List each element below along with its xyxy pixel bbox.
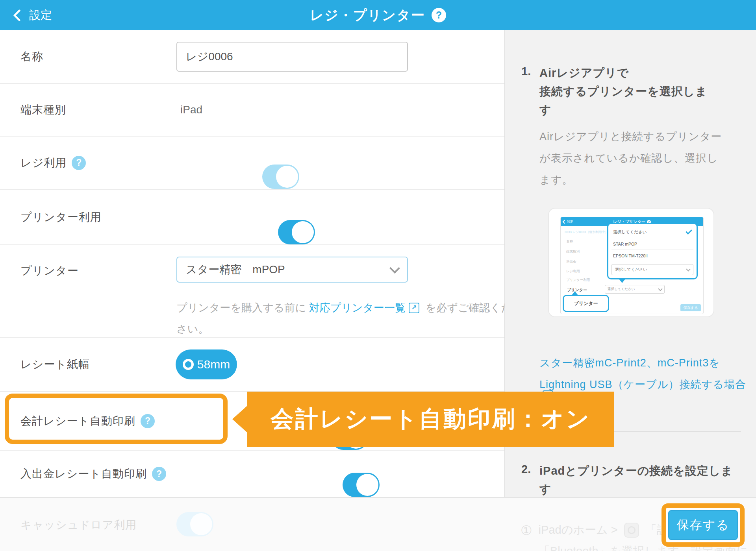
mini-popup-item: EPSON TM-T220II <box>611 250 693 261</box>
supported-printers-link[interactable]: 対応プリンター一覧 <box>309 297 406 318</box>
name-input[interactable] <box>176 42 408 72</box>
receipt-width-label: レシート紙幅 <box>20 357 90 372</box>
name-label: 名称 <box>20 49 43 64</box>
printer-select[interactable]: スター精密 mPOP <box>176 257 408 283</box>
step-circle-1: ① <box>521 523 532 538</box>
receipt-width-58mm-option[interactable]: 58mm <box>176 349 237 379</box>
toggle-knob <box>292 221 314 243</box>
mini-popup-item: STAR mPOP <box>611 238 693 250</box>
device-type-value: iPad <box>180 104 202 116</box>
mini-back-chevron-icon <box>563 220 567 224</box>
toggle-knob <box>356 474 378 496</box>
row-printer: プリンター スター精密 mPOP プリンターを購入する前に 対応プリンター一覧↗… <box>0 245 504 338</box>
mini-row-label: レジ利用 <box>566 269 580 274</box>
save-highlight-box: 保存する <box>662 503 745 547</box>
mini-printer-callout: プリンター <box>563 295 609 312</box>
chevron-down-icon <box>389 263 400 274</box>
callout-banner: 会計レシート自動印刷：オン <box>247 392 614 447</box>
tutorial-screenshot: 設定 レジ・プリンター ? 0033 レジ0033（個別利用中） 名称 端末種別… <box>548 208 714 317</box>
row-auto-print-inout: 入出金レシート自動印刷 ? <box>0 451 504 497</box>
row-name: 名称 <box>0 30 504 84</box>
auto-print-inout-toggle[interactable] <box>343 473 380 497</box>
register-use-help-icon[interactable]: ? <box>72 156 86 170</box>
note-text: プリンターを購入する前に <box>176 297 309 318</box>
auto-print-receipt-help-icon[interactable]: ? <box>141 414 155 428</box>
mini-printer-select: 選択してください <box>605 285 665 294</box>
step1-number: 1. <box>521 65 531 78</box>
mini-row-label: 端末種別 <box>566 250 580 254</box>
mini-row-label: 名称 <box>566 239 573 244</box>
page-title: レジ・プリンター <box>310 6 425 24</box>
mini-screen: 設定 レジ・プリンター ? 0033 レジ0033（個別利用中） 名称 端末種別… <box>560 217 704 314</box>
mini-printer-popup: 選択してください STAR mPOP EPSON TM-T220II 選択してく… <box>607 223 698 279</box>
mini-chevron-down-icon <box>658 287 662 291</box>
mini-row-label: プリンター利用 <box>566 278 590 283</box>
printer-note: プリンターを購入する前に 対応プリンター一覧↗ を必ずご確認くだ さい。 <box>176 297 512 340</box>
back-label: 設定 <box>29 7 52 23</box>
radio-selected-icon <box>183 359 194 370</box>
mini-row-label: 準備金 <box>566 260 576 264</box>
receipt-width-value: 58mm <box>197 358 230 371</box>
mini-save-button: 保存する <box>680 304 701 311</box>
settings-gear-icon <box>624 523 639 538</box>
auto-print-inout-label: 入出金レシート自動印刷 <box>20 466 147 481</box>
row-device-type: 端末種別 iPad <box>0 84 504 137</box>
register-use-toggle[interactable] <box>262 165 299 189</box>
back-chevron-icon <box>13 9 25 21</box>
back-button[interactable]: 設定 <box>15 0 52 30</box>
mini-popup-list: 選択してください STAR mPOP EPSON TM-T220II <box>611 226 693 261</box>
cash-drawer-toggle[interactable] <box>176 512 213 536</box>
save-button[interactable]: 保存する <box>668 510 738 540</box>
auto-print-inout-help-icon[interactable]: ? <box>152 467 166 481</box>
mini-popup-item: 選択してください <box>611 226 693 238</box>
step1-description: Airレジアプリと接続するプリンター が表示されているか確認し、選択し ます。 <box>539 126 722 191</box>
row-receipt-width: レシート紙幅 58mm <box>0 338 504 392</box>
step2-number: 2. <box>521 463 531 476</box>
pane-divider <box>504 30 505 551</box>
auto-print-receipt-label: 会計レシート自動印刷 <box>20 414 135 429</box>
printer-use-toggle[interactable] <box>278 220 315 244</box>
toggle-knob <box>190 513 212 535</box>
mini-device-row: 0033 レジ0033（個別利用中） <box>565 230 608 234</box>
bottom-faded-strip: キャッシュドロア利用 ① iPadのホーム > 「設定」を 「Bluetooth… <box>0 497 756 551</box>
callout-arrow <box>232 405 248 433</box>
row-register-use: レジ利用 ? <box>0 137 504 190</box>
printer-use-label: プリンター利用 <box>20 210 102 225</box>
step1-title: Airレジアプリで 接続するプリンターを選択しま す <box>539 64 707 119</box>
help-sidebar: 1. Airレジアプリで 接続するプリンターを選択しま す Airレジアプリと接… <box>505 30 756 551</box>
external-link-icon: ↗ <box>409 303 419 313</box>
step2-title: iPadとプリンターの接続を設定しま す <box>539 462 733 499</box>
check-icon <box>686 228 692 235</box>
help-icon[interactable]: ? <box>432 8 446 22</box>
row-printer-use: プリンター利用 <box>0 190 504 245</box>
printer-label: プリンター <box>20 263 79 278</box>
app-header: 設定 レジ・プリンター ? <box>0 0 756 30</box>
device-type-label: 端末種別 <box>20 102 66 117</box>
note-text-line2: さい。 <box>176 318 512 340</box>
cable-connection-link[interactable]: スター精密mC-Print2、mC-Print3を Lightning USB（… <box>539 352 746 396</box>
cash-drawer-label: キャッシュドロア利用 <box>20 518 137 533</box>
printer-select-value: スター精密 mPOP <box>186 262 285 277</box>
note-text: を必ずご確認くだ <box>422 297 512 318</box>
toggle-knob <box>276 166 298 188</box>
mini-back-button: 設定 <box>563 220 573 224</box>
register-use-label: レジ利用 <box>20 155 67 170</box>
mini-popup-select: 選択してください <box>611 264 693 275</box>
mini-chevron-down-icon <box>686 267 690 271</box>
mini-popup-arrow <box>619 279 625 283</box>
app-window: 設定 レジ・プリンター ? 名称 端末種別 iPad レジ利用 ? プリンター利… <box>0 0 756 551</box>
